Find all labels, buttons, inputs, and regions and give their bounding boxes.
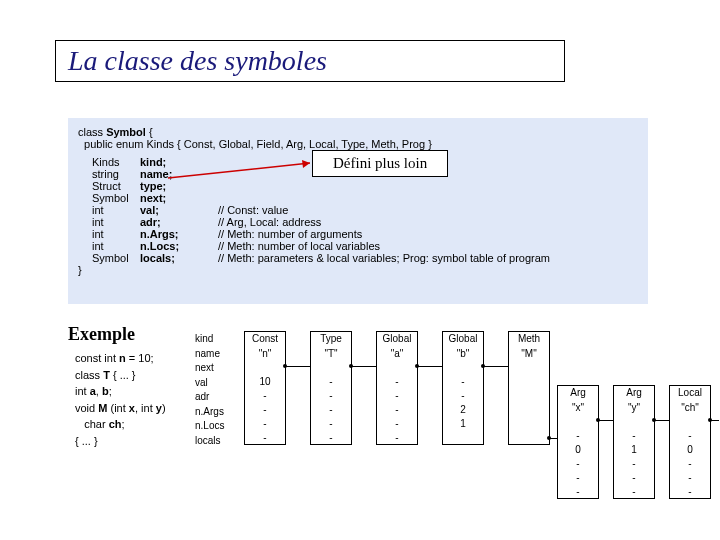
exemple-line: void M (int x, int y) bbox=[75, 400, 166, 417]
field-row: intn.Locs;// Meth: number of local varia… bbox=[92, 240, 638, 252]
symbol-node-global-b: Global "b" - - 2 1 bbox=[442, 331, 484, 445]
field-row: Symbollocals;// Meth: parameters & local… bbox=[92, 252, 638, 264]
exemple-line: class T { ... } bbox=[75, 367, 166, 384]
class-header: class Symbol { bbox=[78, 126, 638, 138]
symbol-node-arg-x: Arg "x" - 0 - - - bbox=[557, 385, 599, 499]
symbol-node-arg-y: Arg "y" - 1 - - - bbox=[613, 385, 655, 499]
link-line-icon bbox=[599, 420, 613, 421]
exemple-line: { ... } bbox=[75, 433, 166, 450]
symbol-node-global-a: Global "a" - - - - - bbox=[376, 331, 418, 445]
field-row: intval;// Const: value bbox=[92, 204, 638, 216]
class-footer: } bbox=[78, 264, 638, 276]
link-line-icon bbox=[352, 366, 376, 367]
class-name-symbol: Symbol bbox=[106, 126, 146, 138]
slide-title: La classe des symboles bbox=[68, 45, 552, 77]
symbol-field-labels: kind name next val adr n.Args n.Locs loc… bbox=[195, 332, 224, 448]
link-line-icon bbox=[655, 420, 669, 421]
exemple-line: char ch; bbox=[75, 416, 166, 433]
link-line-icon bbox=[484, 366, 508, 367]
link-line-icon bbox=[550, 438, 558, 439]
link-line-icon bbox=[711, 420, 719, 421]
slide-title-frame: La classe des symboles bbox=[55, 40, 565, 82]
exemple-line: int a, b; bbox=[75, 383, 166, 400]
field-row: Symbolnext; bbox=[92, 192, 638, 204]
exemple-line: const int n = 10; bbox=[75, 350, 166, 367]
link-line-icon bbox=[286, 366, 310, 367]
field-row: intadr;// Arg, Local: address bbox=[92, 216, 638, 228]
enum-line: public enum Kinds { Const, Global, Field… bbox=[78, 138, 638, 150]
exemple-heading: Exemple bbox=[68, 324, 135, 345]
exemple-code-block: const int n = 10; class T { ... } int a,… bbox=[75, 350, 166, 449]
symbol-node-type-t: Type "T" - - - - - bbox=[310, 331, 352, 445]
symbol-node-const-n: Const "n" 10 - - - - bbox=[244, 331, 286, 445]
field-row: intn.Args;// Meth: number of arguments bbox=[92, 228, 638, 240]
link-line-icon bbox=[418, 366, 442, 367]
symbol-node-local-ch: Local "ch" - 0 - - - bbox=[669, 385, 711, 499]
note-defini-plus-loin: Défini plus loin bbox=[312, 150, 448, 177]
symbol-node-meth-m: Meth "M" bbox=[508, 331, 550, 445]
class-declaration-box: class Symbol { public enum Kinds { Const… bbox=[68, 118, 648, 304]
field-row: Structtype; bbox=[92, 180, 638, 192]
